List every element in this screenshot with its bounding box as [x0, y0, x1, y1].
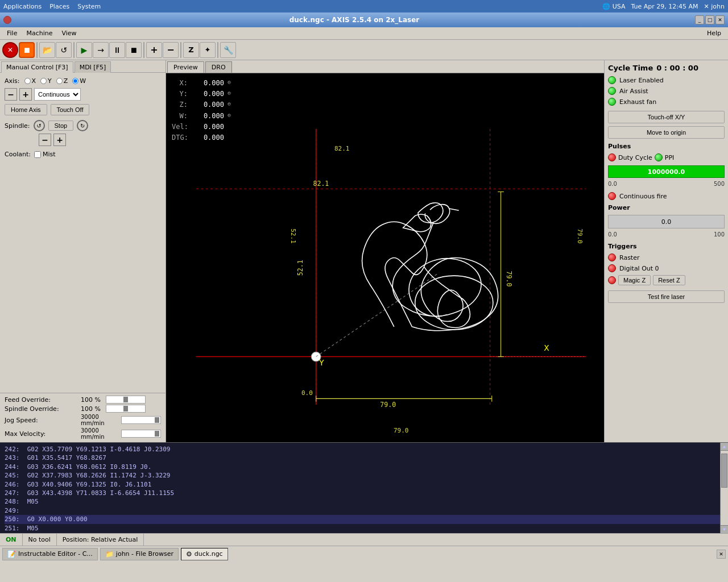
- continuous-fire-label: Continuous fire: [619, 193, 667, 200]
- magic-z-button[interactable]: Magic Z: [618, 275, 651, 285]
- duty-cycle-led[interactable]: [608, 153, 616, 161]
- help-menu[interactable]: Help: [702, 28, 726, 38]
- window-close-button[interactable]: ✕: [715, 15, 725, 24]
- zoom-in-button[interactable]: +: [146, 42, 162, 58]
- places-menu[interactable]: Places: [49, 3, 69, 10]
- power-slider[interactable]: 0.0: [608, 215, 725, 228]
- datetime-display: Tue Apr 29, 12:45 AM: [631, 3, 698, 10]
- stop-button[interactable]: Stop: [48, 120, 74, 131]
- zoom-out-button[interactable]: −: [163, 42, 179, 58]
- spindle-speed-minus[interactable]: −: [39, 134, 51, 146]
- exhaust-fan-label: Exhaust fan: [619, 98, 656, 106]
- max-vel-slider[interactable]: [121, 430, 161, 438]
- dro-y-arrow[interactable]: ⊕: [228, 89, 231, 99]
- touch-off-xy-button[interactable]: Touch-off X/Y: [608, 111, 725, 123]
- touch-off-button[interactable]: Touch Off: [51, 104, 90, 115]
- taskbar-item-browser[interactable]: 📁 john - File Browser: [100, 548, 179, 560]
- maximize-button[interactable]: □: [705, 15, 714, 24]
- taskbar-item-ngc[interactable]: ⚙ duck.ngc: [181, 548, 228, 560]
- feed-override-value: 100 %: [81, 396, 104, 404]
- slider-min: 0.0: [608, 181, 617, 187]
- test-fire-button[interactable]: Test fire laser: [608, 290, 725, 303]
- svg-text:Y: Y: [319, 357, 324, 367]
- dro-z-value: 0.000: [190, 99, 224, 110]
- spindle-cw-icon[interactable]: ↻: [77, 120, 88, 131]
- scrollbar-up[interactable]: ▲: [721, 443, 728, 451]
- pause-button[interactable]: ⏸: [109, 42, 125, 58]
- gcode-line: 243: G01 X35.5417 Y68.8267: [5, 454, 723, 462]
- stop2-button[interactable]: ⏹: [126, 42, 142, 58]
- jog-plus-button[interactable]: +: [19, 88, 32, 101]
- continuous-fire-led[interactable]: [608, 192, 616, 200]
- svg-text:82.1: 82.1: [313, 180, 329, 188]
- estop-button[interactable]: ✕: [2, 42, 18, 58]
- dro-x-arrow[interactable]: ⊕: [228, 78, 231, 89]
- dro-x-label: X:: [172, 78, 188, 89]
- manual-control-tab[interactable]: Manual Control [F3]: [1, 61, 73, 73]
- machine-menu[interactable]: Machine: [22, 28, 57, 38]
- mist-checkbox[interactable]: Mist: [34, 151, 56, 158]
- gcode-view: 242: G02 X35.7709 Y69.1213 I-0.4618 J0.2…: [5, 445, 723, 533]
- network-indicator: 🌐 USA: [602, 3, 625, 10]
- preview-canvas: X Y 79.0 79.0 82.1: [166, 73, 604, 442]
- axis-z-radio[interactable]: Z: [56, 77, 68, 85]
- axis-y-radio[interactable]: Y: [40, 77, 52, 85]
- dro-tab[interactable]: DRO: [205, 61, 232, 73]
- ppi-led[interactable]: [655, 153, 663, 161]
- browser-icon: 📁: [105, 550, 114, 558]
- magic-z-led[interactable]: [608, 276, 616, 284]
- air-assist-label: Air Assist: [619, 88, 648, 95]
- close-window-button[interactable]: [3, 16, 11, 24]
- scrollbar-thumb[interactable]: [721, 454, 727, 488]
- move-to-origin-button[interactable]: Move to origin: [608, 126, 725, 139]
- cycle-time-value: 0 : 00 : 00: [656, 64, 698, 72]
- view-menu[interactable]: View: [57, 28, 81, 38]
- z-button[interactable]: Z: [183, 42, 199, 58]
- dro-z-label: Z:: [172, 99, 188, 110]
- system-menu[interactable]: System: [77, 3, 101, 10]
- mdi-tab[interactable]: MDI [F5]: [75, 61, 111, 73]
- file-menu[interactable]: File: [2, 28, 22, 38]
- scrollbar-down[interactable]: ▼: [721, 525, 728, 533]
- raster-led[interactable]: [608, 253, 616, 261]
- ngc-icon: ⚙: [186, 550, 192, 558]
- power-button[interactable]: ⏹: [19, 42, 35, 58]
- digital-out-led[interactable]: [608, 264, 616, 272]
- spindle-override-slider[interactable]: [106, 405, 146, 413]
- limits-button[interactable]: ✦: [200, 42, 216, 58]
- reload-button[interactable]: ↺: [56, 42, 72, 58]
- taskbar-close-button[interactable]: ✕: [717, 550, 726, 559]
- open-button[interactable]: 📂: [39, 42, 55, 58]
- preview-tab[interactable]: Preview: [167, 61, 204, 73]
- spindle-ccw-icon[interactable]: ↺: [34, 120, 45, 131]
- dro-z-arrow[interactable]: ⊕: [228, 99, 231, 110]
- axis-w-radio[interactable]: W: [72, 77, 86, 85]
- slider-max: 500: [714, 181, 725, 187]
- gcode-line: 251: M05: [5, 524, 723, 533]
- axis-x-radio[interactable]: X: [24, 77, 36, 85]
- pulses-slider-bar[interactable]: 1000000.0: [608, 165, 725, 178]
- jog-mode-select[interactable]: Continuous 0.0001 0.001 0.01 0.1: [34, 88, 81, 101]
- applications-menu[interactable]: Applications: [3, 3, 42, 10]
- home-axis-button[interactable]: Home Axis: [5, 104, 47, 115]
- digital-out-label: Digital Out 0: [619, 265, 659, 272]
- tool-button[interactable]: 🔧: [220, 42, 236, 58]
- jog-speed-slider[interactable]: [121, 416, 161, 424]
- feed-override-slider[interactable]: [106, 396, 146, 404]
- dro-w-label: W:: [172, 111, 188, 122]
- gcode-line: 248: M05: [5, 497, 723, 506]
- step-button[interactable]: →: [93, 42, 109, 58]
- gcode-line: 250: G0 X0.000 Y0.000: [5, 515, 723, 523]
- window-title: duck.ngc - AXIS 2.5.4 on 2x_Laser: [14, 16, 695, 24]
- spindle-speed-plus[interactable]: +: [53, 134, 66, 146]
- dim-52-1: 52.1: [289, 228, 297, 244]
- reset-z-button[interactable]: Reset Z: [653, 275, 685, 285]
- minimize-button[interactable]: _: [695, 15, 704, 24]
- taskbar-item-editor[interactable]: 📝 Instructable Editor - C...: [2, 548, 98, 560]
- dro-y-label: Y:: [172, 89, 188, 99]
- jog-minus-button[interactable]: −: [5, 88, 17, 101]
- run-button[interactable]: ▶: [76, 42, 92, 58]
- spindle-override-label: Spindle Override:: [5, 405, 78, 413]
- gcode-line: 245: G02 X37.7983 Y68.2626 I1.1742 J-3.3…: [5, 471, 723, 480]
- dro-w-arrow[interactable]: ⊕: [228, 111, 231, 122]
